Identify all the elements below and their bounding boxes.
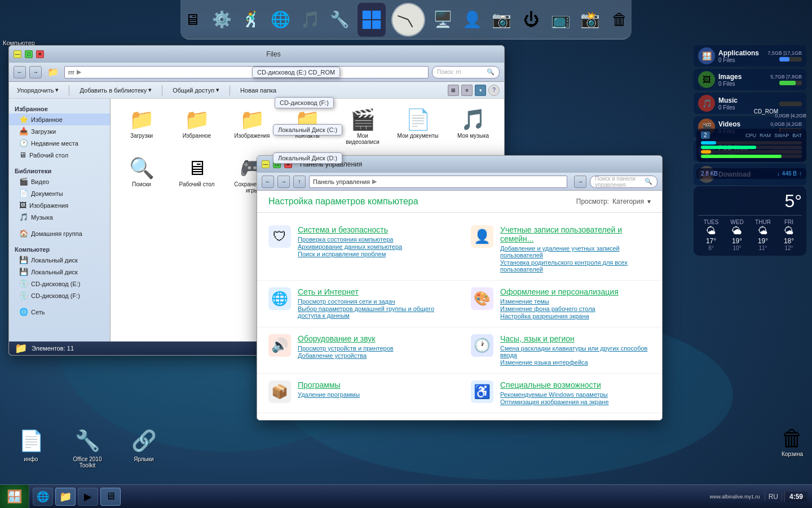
ctrl-minimize-button[interactable]: — [262,160,270,168]
accessibility-link-1[interactable]: Рекомендуемые Windows параметры [500,391,651,398]
hardware-link-1[interactable]: Просмотр устройств и принтеров [298,345,448,352]
sidebar-docs[interactable]: 📄 Документы [9,187,110,199]
file-item-search[interactable]: 🔍 Поиски [116,153,167,197]
ctrl-forward-icon[interactable]: → [574,176,586,188]
accounts-link-2[interactable]: Установка родительского контроля для все… [500,259,651,273]
display-dock-icon[interactable]: 📺 [549,6,572,34]
sidebar-video[interactable]: 🎬 Видео [9,176,110,187]
finder-icon[interactable]: 🖥 [180,6,204,34]
search-box[interactable]: Поиск: rrr 🔍 [432,66,500,78]
ctrl-up-button[interactable]: ↑ [293,176,306,188]
ctrl-back-button[interactable]: ← [262,176,274,188]
taskbar-desktop[interactable]: 🖥 [100,488,121,506]
desktop-icon-info[interactable]: 📄 инфо [11,427,51,468]
taskbar-media[interactable]: ▶ [78,488,98,506]
sidebar-homegroup[interactable]: 🏠 Домашняя группа [9,227,110,239]
maximize-button[interactable]: □ [25,50,33,58]
appearance-title[interactable]: Оформление и персонализация [500,287,651,296]
appearance-link-3[interactable]: Настройка разрешения экрана [500,313,651,319]
minimize-button[interactable]: — [14,50,21,58]
ctrl-view-select[interactable]: Просмотр: Категория ▾ [576,198,651,205]
programs-link-1[interactable]: Удаление программы [298,391,448,398]
accounts-title[interactable]: Учетные записи пользователей и семейн... [500,225,651,243]
clock-link-2[interactable]: Изменение языка интерфейса [500,359,651,366]
forward-button[interactable]: → [29,66,42,78]
music-dock-icon[interactable]: 🎵 [298,6,322,34]
file-item-video[interactable]: 🎬 Мои видеозаписи [337,104,388,148]
monitor-dock-icon[interactable]: 🖥️ [431,6,454,34]
desktop-icon-office[interactable]: 🔧 Office 2010 Toolkit [68,427,107,468]
trash-dock-icon[interactable]: 🗑 [608,6,632,34]
taskbar-ie[interactable]: 🌐 [33,488,53,506]
accessibility-title[interactable]: Специальные возможности [500,380,651,389]
windows-icon[interactable] [358,3,386,37]
close-button[interactable]: ✕ [36,50,44,58]
clock-link-1[interactable]: Смена раскладки клавиатуры или других сп… [500,345,651,358]
add-library-button[interactable]: Добавить в библиотеку ▾ [76,85,155,95]
address-path[interactable]: rrr ▶ [64,66,429,78]
power-dock-icon[interactable]: ⏻ [519,6,543,34]
sidebar-favorites[interactable]: ⭐ Избранное [9,113,110,125]
view-toggle-button[interactable]: ▾ [475,85,486,96]
disk-music[interactable]: 🎵 Music 0 Files [694,93,806,114]
security-link-3[interactable]: Поиск и исправление проблем [298,251,448,257]
ctrl-search[interactable]: Поиск в панели управления 🔍 [590,176,657,188]
organize-label: Упорядочить [17,87,54,94]
help-button[interactable]: ? [488,85,500,96]
programs-title[interactable]: Программы [298,380,448,389]
accounts-link-1[interactable]: Добавление и удаление учетных записей по… [500,245,651,259]
ctrl-forward-button[interactable]: → [277,176,290,188]
recycle-bin[interactable]: 🗑 Корзина [781,426,804,457]
user-dock-icon[interactable]: 🕺 [240,6,263,34]
camera-dock-icon[interactable]: 📷 [490,6,514,34]
network-link-2[interactable]: Выбор параметров домашней группы и общег… [298,305,448,319]
file-item-downloads[interactable]: 📁 Загрузки [116,104,167,148]
view-grid-button[interactable]: ⊞ [448,85,459,96]
file-item-favorites[interactable]: 📁 Избранное [171,104,222,148]
hardware-link-2[interactable]: Добавление устройства [298,352,448,359]
sidebar-local-c[interactable]: 💾 Локальный диск [9,254,110,266]
clock-title[interactable]: Часы, язык и регион [500,334,651,343]
appearance-link-1[interactable]: Изменение темы [500,298,651,305]
sidebar-downloads[interactable]: 📥 Загрузки [9,125,110,137]
sidebar-images[interactable]: 🖼 Изображения [9,199,110,211]
view-list-button[interactable]: ≡ [461,85,473,96]
back-button[interactable]: ← [14,66,26,78]
sidebar-desktop[interactable]: 🖥 Рабочий стол [9,149,110,161]
disk-applications[interactable]: 🪟 Applications 0 Files 7,5GB |17,1GB [694,45,806,67]
sidebar-network[interactable]: 🌐 Сеть [9,306,110,318]
screenshot-dock-icon[interactable]: 📸 [578,6,602,34]
sidebar-music[interactable]: 🎵 Музыка [9,211,110,223]
tools-dock-icon[interactable]: 🔧 [328,6,351,34]
folder-icon[interactable]: 📁 [45,64,61,80]
organize-button[interactable]: Упорядочить ▾ [14,85,62,95]
sidebar-local-d[interactable]: 💾 Локальный диск [9,266,110,278]
face-dock-icon[interactable]: 👤 [460,6,484,34]
file-item-images[interactable]: 📁 Изображения [227,104,277,148]
security-link-1[interactable]: Проверка состояния компьютера [298,236,448,243]
sidebar-cde[interactable]: 💿 CD-дисковод (E:) [9,278,110,290]
file-item-desktop[interactable]: 🖥 Рабочий стол [171,153,222,197]
security-link-2[interactable]: Архивирование данных компьютера [298,243,448,250]
ctrl-path[interactable]: Панель управления ▶ [309,176,567,188]
security-title[interactable]: Система и безопасность [298,225,448,234]
hardware-title[interactable]: Оборудование и звук [298,334,448,343]
taskbar-explorer[interactable]: 📁 [55,488,76,506]
desktop-icon-shortcuts[interactable]: 🔗 Ярлыки [124,427,164,468]
network-link-1[interactable]: Просмотр состояния сети и задач [298,298,448,305]
sidebar-recent[interactable]: 🕐 Недавние места [9,137,110,149]
start-button[interactable]: 🪟 [0,485,29,509]
settings-dock-icon[interactable]: ⚙️ [210,6,233,34]
file-item-docs[interactable]: 📄 Мои документы [392,104,443,148]
disk-images[interactable]: 🖼 Images 0 Files 5,7GB |7,8GB [694,69,806,90]
new-folder-button[interactable]: Новая папка [237,86,280,95]
applications-bar-fill [779,57,789,62]
accessibility-link-2[interactable]: Оптимизация изображения на экране [500,398,651,405]
file-item-music[interactable]: 🎵 Моя музыка [448,104,498,148]
share-button[interactable]: Общий доступ ▾ [169,85,223,95]
ctrl-nav-forward[interactable]: → [574,176,586,188]
sidebar-cdf[interactable]: 💿 CD-дисковод (F:) [9,290,110,301]
network-title[interactable]: Сеть и Интернет [298,287,448,296]
appearance-link-2[interactable]: Изменение фона рабочего стола [500,305,651,312]
safari-dock-icon[interactable]: 🌐 [269,6,293,34]
